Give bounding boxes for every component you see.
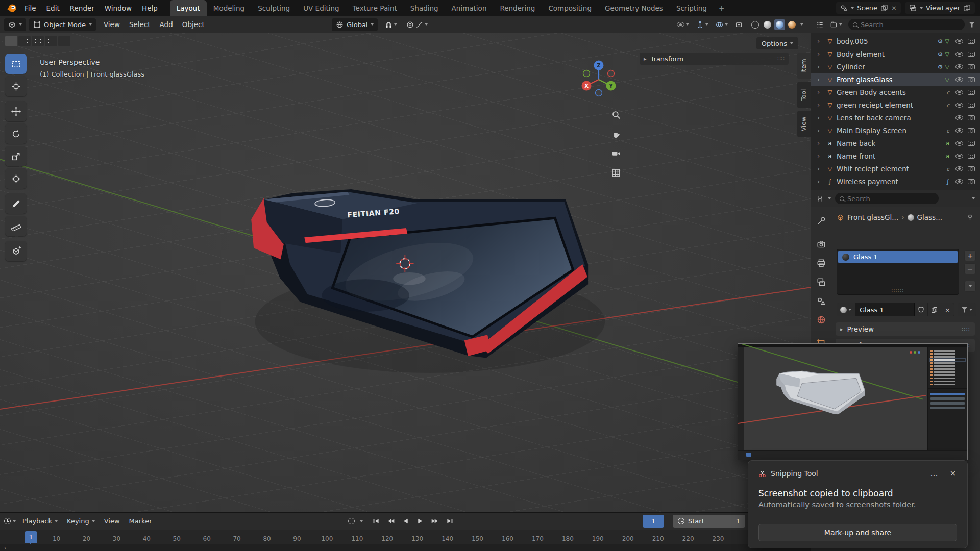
snipping-tool-notification[interactable]: Snipping Tool … × Screenshot copied to c… [748, 460, 968, 548]
select-mode-intersect-button[interactable] [58, 36, 70, 46]
outliner-search[interactable] [848, 19, 965, 30]
workspace-tab-rendering[interactable]: Rendering [493, 0, 542, 16]
sidebar-tab-tool[interactable]: Tool [797, 82, 811, 108]
visibility-eye-icon[interactable] [955, 115, 963, 120]
sidebar-tab-view[interactable]: View [797, 111, 811, 137]
render-visibility-camera-icon[interactable] [968, 90, 975, 95]
expand-chevron-icon[interactable]: › [817, 63, 825, 70]
render-visibility-camera-icon[interactable] [968, 154, 975, 159]
shading-rendered-button[interactable] [787, 19, 797, 30]
expand-chevron-icon[interactable]: › [817, 178, 825, 185]
pos-terminal-model[interactable]: FEITIAN F20 [251, 189, 605, 373]
timeline-editor-icon[interactable] [4, 518, 11, 524]
timeline-menu-playback[interactable]: Playback [18, 513, 62, 530]
render-visibility-camera-icon[interactable] [968, 77, 975, 82]
shading-material-preview-button[interactable] [774, 19, 785, 30]
workspace-tab-animation[interactable]: Animation [445, 0, 494, 16]
play-reverse-button[interactable] [399, 515, 412, 528]
browse-material-button[interactable] [837, 303, 855, 316]
menu-render[interactable]: Render [65, 0, 100, 16]
workspace-tab-layout[interactable]: Layout [170, 0, 207, 16]
render-visibility-camera-icon[interactable] [968, 52, 975, 57]
viewport-menu-view[interactable]: View [99, 16, 125, 33]
fake-user-shield-button[interactable] [915, 303, 928, 316]
jump-end-button[interactable] [443, 515, 457, 528]
timeline-menu-keying[interactable]: Keying [62, 513, 100, 530]
outliner-row-body-element[interactable]: ›▽Body element⚙▽ [811, 47, 980, 60]
proportional-editing-dropdown[interactable] [404, 19, 430, 30]
unlink-scene-button[interactable]: × [891, 4, 897, 12]
outliner-row-green-reciept-element[interactable]: ›▽green reciept elementc [811, 98, 980, 111]
properties-search-input[interactable] [847, 195, 934, 203]
rotate-tool[interactable] [5, 123, 27, 144]
screenshot-preview[interactable] [738, 343, 968, 460]
viewport-menu-add[interactable]: Add [155, 16, 178, 33]
visibility-eye-icon[interactable] [955, 141, 963, 146]
render-visibility-camera-icon[interactable] [968, 166, 975, 171]
render-visibility-camera-icon[interactable] [968, 179, 975, 184]
render-visibility-camera-icon[interactable] [968, 141, 975, 146]
visibility-eye-icon[interactable] [955, 179, 963, 184]
filter-icon[interactable] [969, 22, 975, 28]
add-cube-tool[interactable] [5, 241, 27, 261]
snap-dropdown[interactable] [383, 19, 399, 30]
next-keyframe-button[interactable] [428, 515, 442, 528]
viewport-menu-object[interactable]: Object [178, 16, 209, 33]
outliner-editor-icon[interactable] [816, 21, 824, 29]
annotate-tool[interactable] [5, 193, 27, 214]
workspace-tab-compositing[interactable]: Compositing [542, 0, 598, 16]
outliner-row-name-back[interactable]: ›aName backa [811, 137, 980, 149]
remove-slot-button[interactable]: − [964, 263, 976, 274]
expand-chevron-icon[interactable]: › [817, 139, 825, 147]
show-gizmo-toggle[interactable] [694, 19, 710, 30]
properties-tab-render[interactable] [815, 238, 827, 251]
material-slot-selected[interactable]: Glass 1 [838, 251, 958, 263]
viewlayer-selector[interactable]: ViewLayer [905, 2, 975, 14]
visibility-eye-icon[interactable] [955, 39, 963, 44]
expand-chevron-icon[interactable]: › [817, 76, 825, 83]
slot-specials-dropdown[interactable] [964, 281, 976, 292]
axis-neg-x-ball[interactable] [608, 70, 615, 77]
shading-wireframe-button[interactable] [750, 19, 761, 30]
outliner-row-whit-reciept-element[interactable]: ›▽Whit reciept elementc [811, 162, 980, 175]
render-visibility-camera-icon[interactable] [968, 103, 975, 108]
visibility-eye-icon[interactable] [955, 154, 963, 159]
orientation-dropdown[interactable]: Global [332, 18, 378, 31]
toast-close-button[interactable]: × [946, 467, 960, 480]
jump-start-button[interactable] [369, 515, 383, 528]
section-preview[interactable]: ▸Preview∷∷ [836, 322, 975, 336]
select-mode-set-button[interactable] [5, 36, 17, 46]
select-mode-invert-button[interactable] [45, 36, 57, 46]
render-visibility-camera-icon[interactable] [968, 128, 975, 133]
duplicate-material-button[interactable] [928, 303, 941, 316]
box-select-tool[interactable] [5, 54, 27, 74]
expand-chevron-icon[interactable]: › [817, 88, 825, 96]
pin-icon[interactable] [966, 214, 974, 221]
material-filter-dropdown[interactable] [958, 303, 976, 316]
prev-keyframe-button[interactable] [384, 515, 398, 528]
render-visibility-camera-icon[interactable] [968, 64, 975, 69]
menu-help[interactable]: Help [137, 0, 163, 16]
expand-chevron-icon[interactable]: › [817, 165, 825, 172]
add-slot-button[interactable]: + [964, 250, 976, 261]
visibility-eye-icon[interactable] [955, 166, 963, 171]
markup-share-button[interactable]: Mark-up and share [758, 524, 957, 541]
outliner-row-lens-for-back-camera[interactable]: ›▽Lens for back camera [811, 111, 980, 124]
visibility-eye-icon[interactable] [955, 90, 963, 95]
expand-chevron-icon[interactable]: › [817, 127, 825, 134]
expand-chevron-icon[interactable]: › [817, 101, 825, 109]
breadcrumb-material[interactable]: Glass... [917, 213, 942, 221]
select-mode-extend-button[interactable] [18, 36, 31, 46]
measure-tool[interactable] [5, 216, 27, 236]
frame-start-field[interactable]: Start 1 [673, 515, 745, 528]
expand-chevron-icon[interactable]: › [817, 37, 825, 45]
outliner-row-front-glassglass[interactable]: ›▽Front glassGlass▽ [811, 73, 980, 86]
toast-more-button[interactable]: … [927, 467, 941, 480]
select-mode-subtract-button[interactable] [32, 36, 44, 46]
timeline-menu-marker[interactable]: Marker [125, 513, 157, 530]
unlink-material-button[interactable]: × [941, 303, 954, 316]
new-viewlayer-icon[interactable] [963, 4, 971, 12]
auto-keying-toggle[interactable] [345, 515, 359, 528]
outliner-display-mode-dropdown[interactable] [828, 19, 844, 30]
properties-tab-output[interactable] [815, 257, 827, 269]
